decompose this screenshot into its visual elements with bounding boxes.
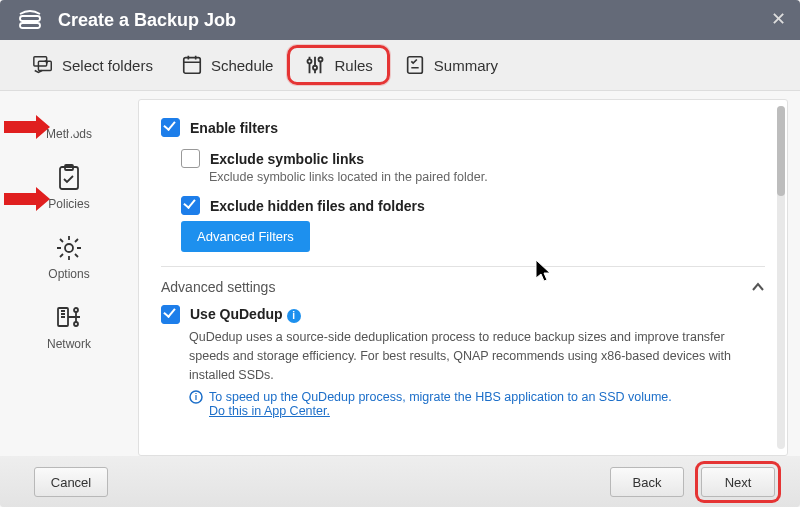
gear-icon (54, 233, 84, 263)
summary-icon (404, 54, 426, 76)
close-icon[interactable]: ✕ (771, 8, 786, 30)
tab-label: Summary (434, 57, 498, 74)
sidebar-item-network[interactable]: Network (47, 303, 91, 351)
exclude-hidden-checkbox[interactable]: Exclude hidden files and folders (181, 196, 765, 215)
svg-rect-8 (407, 57, 422, 74)
svg-point-13 (74, 308, 78, 312)
checkbox-label: Exclude symbolic links (210, 151, 364, 167)
svg-point-7 (319, 57, 323, 61)
next-button[interactable]: Next (701, 467, 775, 497)
annotation-highlight: Next (698, 464, 778, 500)
network-icon (54, 303, 84, 333)
wizard-tabs: Select folders Schedule Rules Summary (0, 40, 800, 91)
use-qudedup-checkbox[interactable]: Use QuDedupi (161, 305, 765, 324)
exclude-symlinks-desc: Exclude symbolic links located in the pa… (209, 170, 765, 184)
checkbox-label: Enable filters (190, 120, 278, 136)
selection-chevron-icon (69, 119, 79, 139)
sidebar-label: Options (48, 267, 89, 281)
tab-label: Select folders (62, 57, 153, 74)
advanced-filters-button[interactable]: Advanced Filters (181, 221, 310, 252)
backup-job-dialog: Create a Backup Job ✕ Select folders Sch… (0, 0, 800, 507)
titlebar: Create a Backup Job ✕ (0, 0, 800, 40)
rules-panel: Enable filters Exclude symbolic links Ex… (138, 99, 788, 456)
svg-point-5 (308, 59, 312, 63)
dialog-footer: Cancel Back Next (0, 456, 800, 507)
checkbox-icon (181, 149, 200, 168)
tab-schedule[interactable]: Schedule (167, 48, 288, 82)
rules-sidebar: Methods Policies Options Network (0, 91, 138, 456)
sidebar-item-policies[interactable]: Policies (48, 163, 89, 211)
annotation-arrow-icon (2, 185, 52, 213)
chevron-up-icon (751, 280, 765, 294)
checkbox-label: Use QuDedupi (190, 306, 301, 323)
advanced-settings-header[interactable]: Advanced settings (161, 266, 765, 295)
sidebar-item-options[interactable]: Options (48, 233, 89, 281)
sidebar-label: Network (47, 337, 91, 351)
app-center-link[interactable]: Do this in App Center. (209, 404, 330, 418)
tip-text: To speed up the QuDedup process, migrate… (209, 390, 672, 404)
svg-rect-0 (20, 16, 40, 21)
tab-select-folders[interactable]: Select folders (18, 48, 167, 82)
exclude-symlinks-checkbox[interactable]: Exclude symbolic links (181, 149, 765, 168)
tab-rules[interactable]: Rules (287, 45, 389, 85)
clipboard-check-icon (54, 163, 84, 193)
svg-text:i: i (195, 392, 198, 402)
svg-point-14 (74, 322, 78, 326)
info-icon[interactable]: i (287, 309, 301, 323)
scrollbar[interactable] (777, 106, 785, 449)
sidebar-label: Policies (48, 197, 89, 211)
dialog-body: Methods Policies Options Network (0, 91, 800, 456)
enable-filters-checkbox[interactable]: Enable filters (161, 118, 765, 137)
sidebar-item-methods[interactable]: Methods (46, 109, 92, 141)
tab-label: Rules (334, 57, 372, 74)
svg-point-11 (65, 244, 73, 252)
back-button[interactable]: Back (610, 467, 684, 497)
checkbox-icon (161, 118, 180, 137)
calendar-icon (181, 54, 203, 76)
svg-point-6 (313, 66, 317, 70)
tab-summary[interactable]: Summary (390, 48, 512, 82)
qudedup-desc: QuDedup uses a source-side deduplication… (189, 328, 765, 384)
qudedup-tip: i To speed up the QuDedup process, migra… (189, 390, 765, 418)
svg-rect-4 (184, 58, 201, 74)
tab-label: Schedule (211, 57, 274, 74)
tip-icon: i (189, 390, 203, 407)
sliders-icon (304, 54, 326, 76)
cancel-button[interactable]: Cancel (34, 467, 108, 497)
section-title: Advanced settings (161, 279, 275, 295)
backup-logo-icon (16, 10, 44, 30)
scrollbar-thumb[interactable] (777, 106, 785, 196)
checkbox-icon (161, 305, 180, 324)
annotation-arrow-icon (2, 113, 52, 141)
dialog-title: Create a Backup Job (58, 10, 236, 31)
checkbox-label: Exclude hidden files and folders (210, 198, 425, 214)
folders-icon (32, 54, 54, 76)
checkbox-icon (181, 196, 200, 215)
svg-rect-1 (20, 23, 40, 28)
